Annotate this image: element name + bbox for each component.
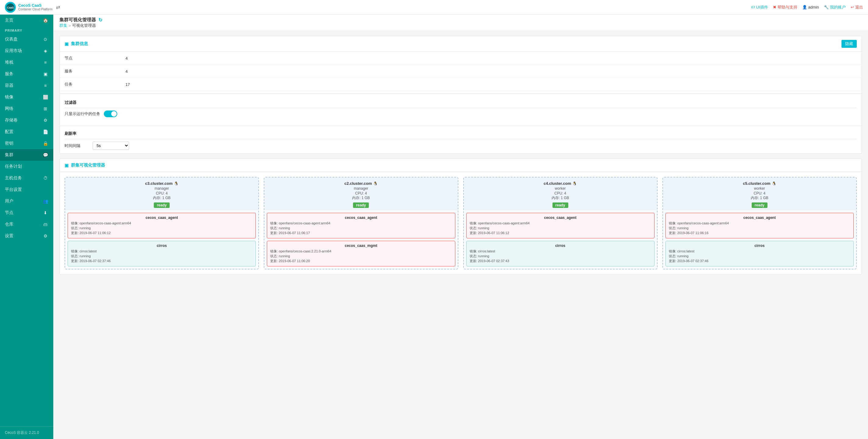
node-cpu: CPU: 4 [68,191,256,195]
sidebar-item-container[interactable]: 容器 ≡ [0,80,53,91]
main-layout: 主页 🏠 PRIMARY 仪表盘 ⊙ 应用市场 ◈ 堆栈 ≡ 服务 ▣ 容器 ≡… [0,14,868,439]
node-status: ready [752,202,768,208]
sidebar-item-home[interactable]: 主页 🏠 [0,14,53,26]
cluster-info-row: 服务4 [60,65,862,78]
sidebar-item-settings[interactable]: 设置 ⚙ [0,230,53,242]
node-cpu: CPU: 4 [665,191,854,195]
node-mem: 内存: 1 GB [68,195,256,200]
service-icon: ▣ [42,71,49,76]
interval-label: 时间间隔 [65,143,89,149]
sidebar-item-platform[interactable]: 平台设置 [0,184,53,195]
nodes-grid: c3.cluster.com 🐧 manager CPU: 4 内存: 1 GB… [60,172,862,274]
linux-icon: 🐧 [772,182,776,186]
node-role: manager [68,186,256,191]
node-status: ready [154,202,169,208]
service-card: cecos_caas_agent 镜像: openfans/cecos-caas… [68,213,256,239]
node-status: ready [553,202,568,208]
service-card: cirros 镜像: cirros:latest 状态: running 更新:… [665,241,854,266]
node-role: manager [267,186,455,191]
filter-row: 只显示运行中的任务 [65,111,857,117]
node-header: c5.cluster.com 🐧 worker CPU: 4 内存: 1 GB … [663,178,856,210]
sidebar-item-storage[interactable]: 存储卷 ⚙ [0,115,53,126]
sidebar-item-cronjob[interactable]: 任务计划 [0,161,53,172]
sidebar: 主页 🏠 PRIMARY 仪表盘 ⊙ 应用市场 ◈ 堆栈 ≡ 服务 ▣ 容器 ≡… [0,14,53,439]
node-mem: 内存: 1 GB [267,195,455,200]
header-left: CaaS CecoS CaaS Container Cloud Platform… [5,2,60,13]
sidebar-item-appmarket[interactable]: 应用市场 ◈ [0,45,53,57]
breadcrumb-parent[interactable]: 群集 [59,23,67,28]
sidebar-item-secret[interactable]: 密钥 🔒 [0,137,53,149]
stack-icon: ≡ [42,60,49,65]
interval-select[interactable]: 5s 10s 30s 1m 5m [93,142,129,150]
cluster-viz-title: ▣ 群集可视化管理器 [65,163,105,168]
node-mem: 内存: 1 GB [665,195,854,200]
node-services: cecos_caas_agent 镜像: openfans/cecos-caas… [464,210,657,269]
linux-icon: 🐧 [174,182,179,186]
node-role: worker [466,186,654,191]
node-header: c3.cluster.com 🐧 manager CPU: 4 内存: 1 GB… [65,178,258,210]
sidebar-section-primary: PRIMARY [0,26,53,33]
cluster-info-row: 任务17 [60,78,862,91]
node-header: c2.cluster.com 🐧 manager CPU: 4 内存: 1 GB… [265,178,458,210]
page-content: ▣ 集群信息 隐藏 节点4服务4任务17 过滤器 只显示运行中的任务 [53,31,868,439]
cluster-icon: 💬 [42,153,49,157]
header-right: 🏷 UI插件 ✖ 帮助与支持 👤 admin 🔧 我的账户 ↩ 退出 [751,5,863,10]
info-icon: ▣ [65,41,68,46]
sidebar-item-stack[interactable]: 堆栈 ≡ [0,57,53,68]
cluster-viz-card: ▣ 群集可视化管理器 c3.cluster.com 🐧 manager CPU:… [59,159,862,275]
ui-plugin-link[interactable]: 🏷 UI插件 [751,5,768,10]
content-area: 集群可视化管理器 ↻ 群集 > 可视化管理器 ▣ 集群信息 隐藏 [53,14,868,439]
filter-title: 过滤器 [65,100,857,105]
toggle-running-tasks[interactable] [104,111,117,117]
cluster-info-card: ▣ 集群信息 隐藏 节点4服务4任务17 过滤器 只显示运行中的任务 [59,36,862,154]
sidebar-item-registry[interactable]: 仓库 🗃 [0,219,53,230]
sidebar-item-network[interactable]: 网络 ⊞ [0,103,53,115]
refresh-section: 刷新率 时间间隔 5s 10s 30s 1m 5m [60,128,862,153]
logout-link[interactable]: ↩ 退出 [850,5,863,10]
node-services: cecos_caas_agent 镜像: openfans/cecos-caas… [65,210,258,269]
sidebar-item-cluster[interactable]: 集群 💬 [0,149,53,161]
hostjob-icon: ⏱ [42,176,49,181]
sidebar-item-node[interactable]: 节点 ⬇ [0,207,53,219]
help-link[interactable]: ✖ 帮助与支持 [773,5,797,10]
node-mem: 内存: 1 GB [466,195,654,200]
breadcrumb: 群集 > 可视化管理器 [59,23,862,28]
user-icon: 👤 [802,5,807,9]
service-card: cecos_caas_agent 镜像: openfans/cecos-caas… [466,213,654,239]
sidebar-item-image[interactable]: 镜像 ⬜ [0,91,53,103]
breadcrumb-current: 可视化管理器 [72,23,96,28]
filter-section: 过滤器 只显示运行中的任务 [60,96,862,123]
sidebar-item-config[interactable]: 配置 📄 [0,126,53,137]
logo: CaaS CecoS CaaS Container Cloud Platform [5,2,52,13]
image-icon: ⬜ [42,95,49,99]
sidebar-item-user[interactable]: 用户 👥 [0,195,53,207]
service-card: cirros 镜像: cirros:latest 状态: running 更新:… [466,241,654,266]
sidebar-item-service[interactable]: 服务 ▣ [0,68,53,80]
node-card-c3: c3.cluster.com 🐧 manager CPU: 4 内存: 1 GB… [65,177,259,270]
network-icon: ⊞ [42,106,49,111]
node-services: cecos_caas_agent 镜像: openfans/cecos-caas… [265,210,458,269]
node-status: ready [353,202,369,208]
user-icon: 👥 [42,199,49,204]
transfer-icon[interactable]: ⇄ [56,4,60,10]
home-icon: 🏠 [42,18,49,23]
refresh-title: 刷新率 [65,131,857,136]
node-cpu: CPU: 4 [267,191,455,195]
sidebar-item-dashboard[interactable]: 仪表盘 ⊙ [0,33,53,45]
cluster-viz-header: ▣ 群集可视化管理器 [60,159,862,172]
tag-icon: 🏷 [751,5,755,9]
my-account-link[interactable]: 🔧 我的账户 [824,5,846,10]
logo-icon: CaaS [5,2,16,13]
node-card-c2: c2.cluster.com 🐧 manager CPU: 4 内存: 1 GB… [264,177,458,270]
service-card: cirros 镜像: cirros:latest 状态: running 更新:… [68,241,256,266]
hide-button[interactable]: 隐藏 [841,40,857,48]
node-role: worker [665,186,854,191]
viz-icon: ▣ [65,163,68,168]
node-cpu: CPU: 4 [466,191,654,195]
logo-text: CecoS CaaS Container Cloud Platform [18,3,52,11]
appmarket-icon: ◈ [42,49,49,53]
admin-label: 👤 admin [802,5,819,9]
sidebar-item-hostjob[interactable]: 主机任务 ⏱ [0,172,53,184]
service-card: cecos_caas_agent 镜像: openfans/cecos-caas… [665,213,854,239]
refresh-icon[interactable]: ↻ [98,17,102,23]
